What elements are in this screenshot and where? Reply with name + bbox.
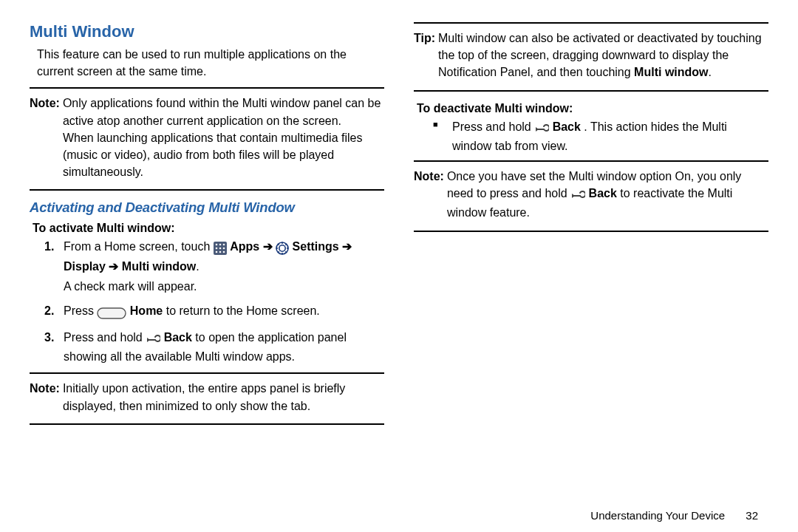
step-3: Press and hold Back to open the applicat…	[44, 329, 384, 365]
display-label: Display	[64, 260, 109, 273]
note-body: Initially upon activation, the entire ap…	[63, 380, 384, 414]
deact-text-a: Press and hold	[452, 120, 534, 133]
page-title: Multi Window	[30, 22, 384, 41]
back-arrow-icon	[534, 120, 549, 137]
tip-block: Tip: Multi window can also be activated …	[414, 22, 768, 92]
home-label: Home	[130, 304, 163, 317]
step-2: Press Home to return to the Home screen.	[44, 302, 384, 321]
deactivate-heading: To deactivate Multi window:	[417, 102, 768, 115]
note-block-2: Note: Initially upon activation, the ent…	[30, 372, 384, 424]
svg-point-8	[219, 251, 221, 253]
arrow-icon: ➔	[342, 240, 352, 253]
page-number: 32	[746, 509, 758, 522]
tip-body: Multi window can also be activated or de…	[438, 30, 768, 81]
step3-text-a: Press and hold	[64, 331, 146, 344]
svg-point-4	[215, 248, 217, 250]
deactivate-item: Press and hold Back . This action hides …	[433, 118, 768, 154]
step1-tail: A check mark will appear.	[64, 278, 384, 295]
multiwindow-label: Multi window	[122, 260, 196, 273]
svg-point-6	[222, 248, 225, 250]
note-block-1: Note: Only applications found within the…	[30, 87, 384, 191]
svg-point-2	[219, 244, 221, 246]
back-label: Back	[589, 187, 617, 200]
back-label: Back	[164, 331, 192, 344]
note-body: Once you have set the Multi window optio…	[447, 168, 768, 222]
left-column: Multi Window This feature can be used to…	[30, 22, 384, 425]
arrow-icon: ➔	[263, 240, 273, 253]
home-button-icon	[97, 304, 126, 321]
page-footer: Understanding Your Device 32	[590, 509, 758, 522]
note-label: Note:	[414, 168, 447, 222]
apps-grid-icon	[214, 240, 227, 257]
svg-point-3	[222, 244, 225, 246]
activate-heading: To activate Multi window:	[33, 222, 384, 235]
period: .	[196, 260, 199, 273]
right-column: Tip: Multi window can also be activated …	[414, 22, 768, 425]
intro-text: This feature can be used to run multiple…	[37, 46, 384, 80]
step1-text-a: From a Home screen, touch	[64, 240, 214, 253]
note-block-3: Note: Once you have set the Multi window…	[414, 160, 768, 232]
apps-label: Apps	[230, 240, 262, 253]
settings-label: Settings	[293, 240, 343, 253]
svg-point-7	[215, 251, 217, 253]
tip-label: Tip:	[414, 30, 438, 81]
back-arrow-icon	[570, 187, 585, 204]
settings-gear-icon	[276, 240, 289, 257]
step2-text-a: Press	[64, 304, 97, 317]
subsection-title: Activating and Deactivating Multi Window	[30, 200, 384, 216]
note-label: Note:	[30, 95, 63, 180]
svg-point-1	[215, 244, 217, 246]
svg-point-9	[222, 251, 225, 253]
footer-section: Understanding Your Device	[590, 509, 725, 522]
arrow-icon: ➔	[109, 260, 118, 273]
svg-rect-20	[98, 308, 126, 318]
svg-point-5	[219, 248, 221, 250]
multiwindow-label: Multi window	[634, 66, 708, 78]
step-1: From a Home screen, touch Apps ➔ Setting…	[44, 238, 384, 295]
note-label: Note:	[30, 380, 63, 414]
note-body: Only applications found within the Multi…	[63, 95, 384, 180]
activate-steps: From a Home screen, touch Apps ➔ Setting…	[30, 238, 384, 365]
back-label: Back	[553, 120, 581, 133]
step2-text-b: to return to the Home screen.	[166, 304, 320, 317]
svg-point-11	[279, 245, 285, 251]
deactivate-step: Press and hold Back . This action hides …	[414, 118, 768, 154]
back-arrow-icon	[146, 331, 160, 348]
